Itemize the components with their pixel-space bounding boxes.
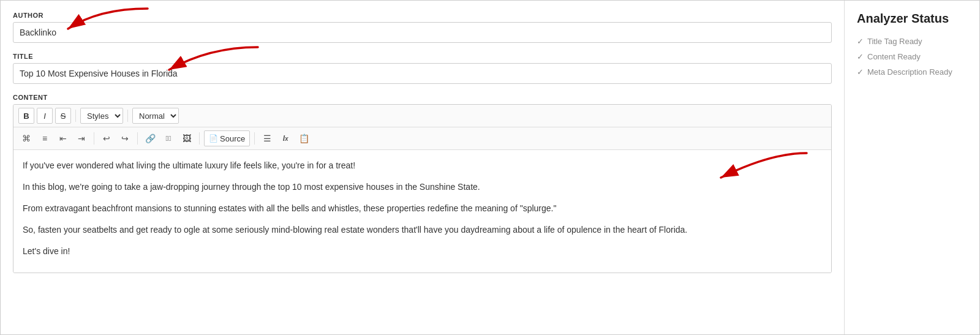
bold-button[interactable]: B xyxy=(18,108,34,124)
content-paragraph-4: So, fasten your seatbelts and get ready … xyxy=(23,224,822,236)
unlink-icon[interactable]: 🔗⃠ xyxy=(160,130,176,146)
source-button[interactable]: 📄 Source xyxy=(204,130,250,146)
toolbar-row1: B I S Styles Normal xyxy=(13,105,831,127)
source-doc-icon: 📄 xyxy=(209,134,218,143)
paste-icon[interactable]: 📋 xyxy=(296,130,312,146)
status-item-title-tag: ✓ Title Tag Ready xyxy=(857,37,967,46)
analyzer-sidebar: Analyzer Status ✓ Title Tag Ready ✓ Cont… xyxy=(845,1,979,334)
content-paragraph-5: Let's dive in! xyxy=(23,245,822,258)
toolbar-divider-5 xyxy=(199,132,200,145)
source-label: Source xyxy=(220,134,245,143)
main-content: AUTHOR TITLE CONTENT B xyxy=(1,1,845,334)
outdent-icon[interactable]: ⇤ xyxy=(55,130,71,146)
toolbar-divider-2 xyxy=(127,110,128,122)
author-group: AUTHOR xyxy=(13,12,832,43)
content-group: CONTENT B I S Styles Normal xyxy=(13,94,832,273)
format-select[interactable]: Normal xyxy=(132,108,179,124)
check-icon-meta: ✓ xyxy=(857,67,864,77)
toolbar-divider-3 xyxy=(94,132,94,145)
toolbar-divider-4 xyxy=(137,132,138,145)
clear-format-icon[interactable]: Ix xyxy=(277,130,293,146)
author-label: AUTHOR xyxy=(13,12,832,19)
check-icon-title-tag: ✓ xyxy=(857,37,864,46)
analyzer-title: Analyzer Status xyxy=(857,12,967,26)
content-paragraph-3: From extravagant beachfront mansions to … xyxy=(23,202,822,215)
editor-body[interactable]: If you've ever wondered what living the … xyxy=(13,150,831,273)
status-content: Content Ready xyxy=(867,52,921,61)
link-icon[interactable]: 🔗 xyxy=(142,130,158,146)
unordered-list-icon[interactable]: ≡ xyxy=(37,130,53,146)
content-label: CONTENT xyxy=(13,94,832,101)
indent-icon[interactable]: ⇥ xyxy=(74,130,89,146)
toolbar-row2: ⌘ ≡ ⇤ ⇥ ↩ ↪ 🔗 🔗⃠ xyxy=(13,127,831,150)
image-icon[interactable]: 🖼 xyxy=(179,130,195,146)
toolbar-divider-1 xyxy=(75,110,76,122)
toolbar-divider-6 xyxy=(254,132,255,145)
check-icon-content: ✓ xyxy=(857,52,864,61)
status-item-content: ✓ Content Ready xyxy=(857,52,967,61)
status-title-tag: Title Tag Ready xyxy=(867,37,922,46)
title-group: TITLE xyxy=(13,53,832,84)
title-label: TITLE xyxy=(13,53,832,60)
status-meta: Meta Description Ready xyxy=(867,67,952,77)
author-input[interactable] xyxy=(13,22,832,43)
editor-container: B I S Styles Normal ⌘ xyxy=(13,104,832,273)
redo-icon[interactable]: ↪ xyxy=(117,130,133,146)
justify-icon[interactable]: ☰ xyxy=(259,130,275,146)
styles-select[interactable]: Styles xyxy=(80,108,123,124)
italic-button[interactable]: I xyxy=(37,108,53,124)
ordered-list-icon[interactable]: ⌘ xyxy=(18,130,34,146)
title-input[interactable] xyxy=(13,63,832,84)
status-item-meta: ✓ Meta Description Ready xyxy=(857,67,967,77)
undo-icon[interactable]: ↩ xyxy=(99,130,115,146)
strikethrough-button[interactable]: S xyxy=(55,108,71,124)
arrow-content-icon xyxy=(690,150,813,187)
